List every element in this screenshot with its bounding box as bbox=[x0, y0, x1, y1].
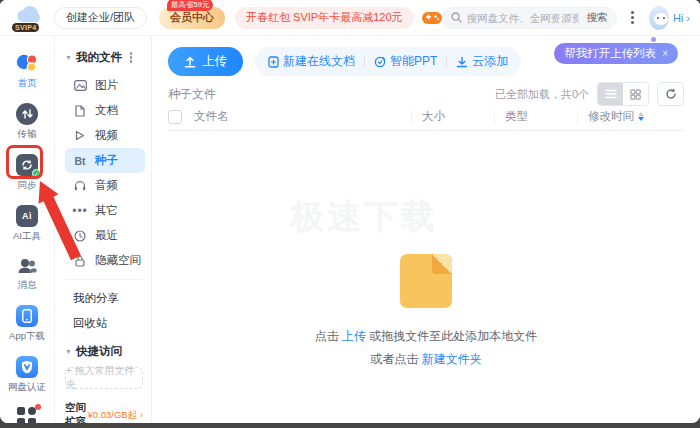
rail-item-app-download[interactable]: App下载 bbox=[9, 305, 45, 343]
column-size[interactable]: 大小 bbox=[422, 109, 494, 124]
search-icon bbox=[451, 12, 462, 23]
new-doc-label: 新建在线文档 bbox=[283, 53, 355, 70]
refresh-icon bbox=[665, 88, 677, 100]
user-avatar[interactable] bbox=[649, 6, 669, 30]
quick-access-header[interactable]: ▼ 快捷访问 bbox=[65, 344, 145, 359]
collapse-caret-icon: ▼ bbox=[65, 54, 72, 61]
cloud-logo-icon bbox=[15, 5, 43, 25]
column-filename[interactable]: 文件名 bbox=[194, 109, 411, 124]
rail-item-messages[interactable]: 消息 bbox=[16, 256, 38, 292]
rail-item-transfer[interactable]: 传输 bbox=[16, 103, 38, 141]
sidebar-item-recycle-bin[interactable]: 回收站 bbox=[65, 311, 145, 336]
audio-icon bbox=[73, 180, 87, 191]
assistant-dot bbox=[651, 37, 656, 42]
rail-item-ai-tools[interactable]: Aì AI工具 bbox=[13, 205, 41, 243]
pin-folder-dropzone[interactable]: + 拖入常用文件夹 bbox=[65, 367, 143, 389]
recent-icon bbox=[73, 230, 87, 242]
empty-hint-line1: 点击 上传 或拖拽文件至此处添加本地文件 bbox=[315, 328, 538, 345]
messages-icon bbox=[16, 256, 38, 276]
svip-promo-banner[interactable]: 开春红包 SVIP年卡最高减120元 bbox=[235, 7, 413, 29]
ai-tools-icon: Aì bbox=[16, 205, 38, 227]
cloud-add-label: 云添加 bbox=[472, 53, 508, 70]
left-rail: 首页 传输 ✓ 同步 Aì AI工具 bbox=[0, 36, 55, 423]
other-icon: ••• bbox=[73, 208, 87, 214]
app-logo[interactable]: SVIP4 bbox=[12, 3, 46, 33]
sidebar-item-torrents[interactable]: Bt 种子 bbox=[65, 148, 145, 173]
rail-item-certification[interactable]: 网盘认证 bbox=[8, 356, 46, 394]
topbar: SVIP4 创建企业/团队 会员中心 最高省59元 开春红包 SVIP年卡最高减… bbox=[0, 0, 700, 36]
lock-icon bbox=[73, 255, 87, 267]
grid-view-button[interactable] bbox=[623, 83, 648, 105]
sidebar-label-images: 图片 bbox=[95, 78, 118, 93]
toolbar-separator bbox=[364, 56, 365, 68]
home-icon bbox=[15, 52, 39, 74]
member-center-wrap: 会员中心 最高省59元 bbox=[159, 7, 225, 29]
rail-item-home[interactable]: 首页 bbox=[15, 52, 39, 90]
sync-icon: ✓ bbox=[16, 154, 38, 176]
rail-label-messages: 消息 bbox=[18, 279, 37, 292]
smart-ppt-icon bbox=[374, 56, 386, 68]
grid-view-icon bbox=[630, 89, 641, 100]
rail-label-transfer: 传输 bbox=[18, 128, 37, 141]
sidebar-item-my-shares[interactable]: 我的分享 bbox=[65, 286, 145, 311]
assistant-tip-text: 帮我打开上传列表 bbox=[564, 46, 656, 61]
svip-level-badge: SVIP4 bbox=[12, 23, 39, 32]
create-team-button[interactable]: 创建企业/团队 bbox=[54, 7, 147, 29]
upload-button[interactable]: 上传 bbox=[168, 47, 243, 76]
cloud-add-button[interactable]: 云添加 bbox=[456, 53, 508, 70]
sidebar-label-videos: 视频 bbox=[95, 128, 118, 143]
main-panel: 极速下载 上传 新建在线文档 智能PPT bbox=[152, 36, 700, 418]
space-expand-row: 空间扩容 ¥0.03/GB起 › bbox=[65, 401, 145, 423]
greeting-link[interactable]: Hi › bbox=[673, 12, 690, 24]
new-folder-link[interactable]: 新建文件夹 bbox=[422, 352, 482, 366]
my-files-title: 我的文件 bbox=[76, 50, 122, 65]
sidebar-label-torrents: 种子 bbox=[95, 153, 118, 168]
sidebar-item-docs[interactable]: 文档 bbox=[65, 98, 145, 123]
my-files-header[interactable]: ▼ 我的文件 bbox=[65, 50, 145, 65]
toolbar-separator bbox=[446, 56, 447, 68]
sidebar-item-images[interactable]: 图片 bbox=[65, 73, 145, 98]
rail-item-tools[interactable]: 工具 bbox=[17, 407, 37, 423]
smart-ppt-button[interactable]: 智能PPT bbox=[374, 53, 437, 70]
load-status-text: 已全部加载，共0个 bbox=[495, 87, 589, 102]
rail-label-app-download: App下载 bbox=[9, 330, 45, 343]
document-icon bbox=[73, 105, 87, 117]
global-search: 搜索 bbox=[442, 7, 617, 29]
search-button[interactable]: 搜索 bbox=[578, 11, 608, 25]
space-expand-label: 空间扩容 bbox=[65, 401, 88, 423]
space-expand-price-link[interactable]: ¥0.03/GB起 › bbox=[88, 409, 143, 422]
rail-label-home: 首页 bbox=[18, 77, 37, 90]
rail-label-certification: 网盘认证 bbox=[8, 381, 46, 394]
image-icon bbox=[73, 80, 87, 91]
sync-ok-badge: ✓ bbox=[32, 169, 41, 178]
sidebar-label-audio: 音频 bbox=[95, 178, 118, 193]
search-input[interactable] bbox=[467, 12, 578, 24]
sidebar-item-videos[interactable]: 视频 bbox=[65, 123, 145, 148]
rail-item-sync[interactable]: ✓ 同步 bbox=[16, 154, 38, 192]
empty-state: 点击 上传 或拖拽文件至此处添加本地文件 或者点击 新建文件夹 bbox=[152, 254, 700, 368]
smart-ppt-label: 智能PPT bbox=[390, 53, 437, 70]
list-view-button[interactable] bbox=[598, 83, 623, 105]
sidebar-label-docs: 文档 bbox=[95, 103, 118, 118]
empty-folder-icon bbox=[400, 254, 452, 308]
column-modified[interactable]: 修改时间 bbox=[588, 109, 684, 124]
my-files-menu-icon[interactable] bbox=[130, 52, 133, 63]
sidebar-item-hidden-space[interactable]: 隐藏空间 bbox=[65, 248, 145, 273]
sidebar-divider bbox=[65, 279, 143, 280]
file-toolbar: 上传 新建在线文档 智能PPT 云添加 bbox=[168, 47, 521, 76]
close-icon[interactable]: × bbox=[662, 48, 668, 59]
more-menu-icon[interactable] bbox=[625, 8, 642, 28]
sidebar-item-audio[interactable]: 音频 bbox=[65, 173, 145, 198]
game-center-icon[interactable] bbox=[422, 8, 442, 28]
column-type[interactable]: 类型 bbox=[505, 109, 577, 124]
bt-icon: Bt bbox=[73, 155, 87, 167]
sort-icon[interactable] bbox=[638, 112, 644, 121]
sidebar-label-recent: 最近 bbox=[95, 228, 118, 243]
assistant-tip-badge[interactable]: 帮我打开上传列表 × bbox=[554, 43, 678, 64]
sidebar-item-recent[interactable]: 最近 bbox=[65, 223, 145, 248]
upload-link[interactable]: 上传 bbox=[342, 329, 366, 343]
sidebar-item-other[interactable]: ••• 其它 bbox=[65, 198, 145, 223]
certification-icon bbox=[16, 356, 38, 378]
new-online-doc-button[interactable]: 新建在线文档 bbox=[268, 53, 355, 70]
select-all-checkbox[interactable] bbox=[168, 110, 182, 124]
